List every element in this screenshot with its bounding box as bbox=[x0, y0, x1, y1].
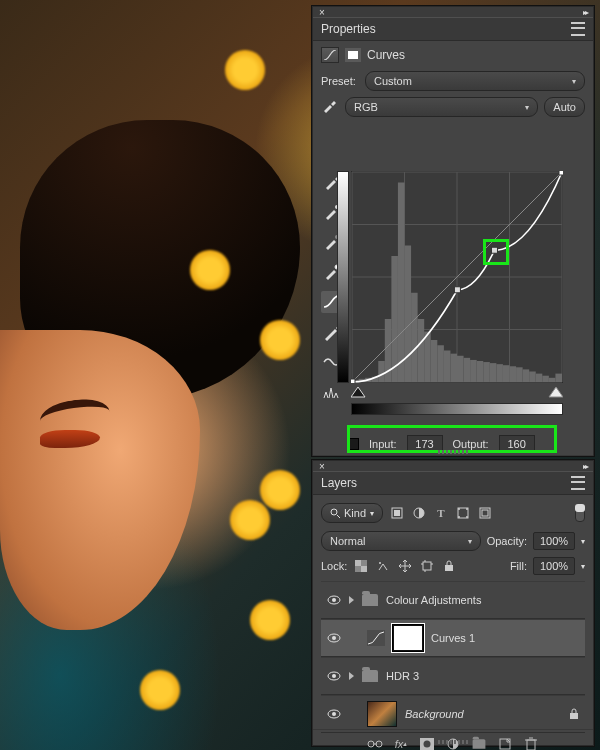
lock-all-icon[interactable] bbox=[441, 558, 457, 574]
svg-rect-35 bbox=[496, 364, 503, 382]
curves-thumb-icon bbox=[367, 630, 385, 646]
add-mask-icon[interactable] bbox=[419, 736, 435, 750]
svg-point-64 bbox=[458, 516, 460, 518]
panel-grip[interactable]: × ▸▸ bbox=[313, 7, 593, 17]
lock-transparent-icon[interactable] bbox=[353, 558, 369, 574]
svg-rect-25 bbox=[431, 340, 438, 382]
svg-point-57 bbox=[331, 509, 337, 515]
filter-type-icon[interactable]: T bbox=[433, 505, 449, 521]
lock-artboard-icon[interactable] bbox=[419, 558, 435, 574]
curves-adjustment-icon bbox=[321, 47, 339, 63]
chevron-down-icon: ▾ bbox=[525, 103, 529, 112]
lock-position-icon[interactable] bbox=[397, 558, 413, 574]
layer-background[interactable]: Background bbox=[321, 695, 585, 733]
filter-smart-icon[interactable] bbox=[477, 505, 493, 521]
svg-point-87 bbox=[424, 741, 431, 748]
chevron-down-icon[interactable]: ▾ bbox=[581, 537, 585, 546]
svg-rect-23 bbox=[418, 319, 425, 382]
svg-point-82 bbox=[332, 712, 336, 716]
mask-thumb[interactable] bbox=[393, 625, 423, 651]
svg-rect-19 bbox=[391, 256, 398, 382]
disclosure-icon[interactable] bbox=[349, 672, 354, 680]
visibility-icon[interactable] bbox=[327, 633, 341, 643]
layer-name: Colour Adjustments bbox=[386, 594, 579, 606]
lock-image-icon[interactable] bbox=[375, 558, 391, 574]
chevron-down-icon[interactable]: ▾ bbox=[581, 562, 585, 571]
collapse-icon[interactable]: ▸▸ bbox=[583, 462, 587, 471]
link-layers-icon[interactable] bbox=[367, 736, 383, 750]
svg-rect-34 bbox=[490, 363, 497, 382]
opacity-label: Opacity: bbox=[487, 535, 527, 547]
preset-dropdown[interactable]: Custom ▾ bbox=[365, 71, 585, 91]
svg-rect-31 bbox=[470, 360, 477, 382]
collapse-icon[interactable]: ▸▸ bbox=[583, 8, 587, 17]
svg-rect-33 bbox=[483, 362, 490, 382]
svg-rect-20 bbox=[398, 183, 405, 383]
new-layer-icon[interactable] bbox=[497, 736, 513, 750]
svg-point-75 bbox=[332, 598, 336, 602]
fx-icon[interactable]: fx▴ bbox=[393, 736, 409, 750]
opacity-field[interactable]: 100% bbox=[533, 532, 575, 550]
black-slider-icon[interactable] bbox=[351, 387, 365, 397]
svg-rect-42 bbox=[542, 376, 549, 382]
svg-rect-28 bbox=[450, 354, 457, 382]
panel-grip[interactable]: × ▸▸ bbox=[313, 461, 593, 471]
filter-pixel-icon[interactable] bbox=[389, 505, 405, 521]
panel-menu-icon[interactable] bbox=[571, 476, 585, 490]
svg-rect-22 bbox=[411, 293, 418, 382]
curves-graph[interactable] bbox=[351, 171, 577, 427]
blend-mode-dropdown[interactable]: Normal▾ bbox=[321, 531, 481, 551]
svg-rect-83 bbox=[570, 713, 578, 719]
svg-rect-21 bbox=[405, 246, 412, 383]
mask-icon[interactable] bbox=[345, 48, 361, 62]
histogram-options-icon[interactable] bbox=[321, 381, 343, 403]
layer-name: Curves 1 bbox=[431, 632, 579, 644]
svg-rect-46 bbox=[351, 379, 355, 383]
panel-menu-icon[interactable] bbox=[571, 22, 585, 36]
visibility-icon[interactable] bbox=[327, 671, 341, 681]
filter-adjustment-icon[interactable] bbox=[411, 505, 427, 521]
output-label: Output: bbox=[453, 438, 489, 450]
chevron-down-icon: ▾ bbox=[370, 509, 374, 518]
output-gradient bbox=[337, 171, 349, 383]
layer-group-colour-adjustments[interactable]: Colour Adjustments bbox=[321, 581, 585, 619]
channel-swatch bbox=[347, 438, 359, 450]
chevron-down-icon: ▾ bbox=[572, 77, 576, 86]
layer-group-hdr3[interactable]: HDR 3 bbox=[321, 657, 585, 695]
trash-icon[interactable] bbox=[523, 736, 539, 750]
svg-rect-44 bbox=[555, 374, 562, 382]
svg-rect-72 bbox=[423, 562, 431, 570]
visibility-icon[interactable] bbox=[327, 595, 341, 605]
svg-rect-27 bbox=[444, 351, 451, 383]
output-field[interactable]: 160 bbox=[499, 435, 535, 453]
filter-shape-icon[interactable] bbox=[455, 505, 471, 521]
filter-toggle-switch[interactable] bbox=[575, 504, 585, 522]
input-gradient bbox=[351, 403, 563, 415]
new-group-icon[interactable] bbox=[471, 736, 487, 750]
preset-value: Custom bbox=[374, 75, 412, 87]
channel-dropdown[interactable]: RGB ▾ bbox=[345, 97, 538, 117]
svg-point-71 bbox=[379, 562, 381, 564]
close-icon[interactable]: × bbox=[319, 7, 325, 18]
disclosure-icon[interactable] bbox=[349, 596, 354, 604]
visibility-icon[interactable] bbox=[327, 709, 341, 719]
fill-field[interactable]: 100% bbox=[533, 557, 575, 575]
svg-point-77 bbox=[332, 636, 336, 640]
svg-rect-67 bbox=[482, 510, 488, 516]
white-slider-icon[interactable] bbox=[549, 387, 563, 397]
svg-rect-49 bbox=[559, 171, 563, 175]
svg-rect-70 bbox=[361, 566, 367, 572]
svg-point-80 bbox=[332, 674, 336, 678]
finger-point-icon[interactable] bbox=[321, 100, 339, 114]
channel-value: RGB bbox=[354, 101, 378, 113]
svg-rect-40 bbox=[529, 372, 536, 383]
filter-kind-dropdown[interactable]: Kind ▾ bbox=[321, 503, 383, 523]
svg-rect-48 bbox=[491, 247, 497, 253]
auto-button[interactable]: Auto bbox=[544, 97, 585, 117]
close-icon[interactable]: × bbox=[319, 461, 325, 472]
layer-thumb bbox=[367, 701, 397, 727]
layer-curves-1[interactable]: Curves 1 bbox=[321, 619, 585, 657]
adjustment-name: Curves bbox=[367, 48, 405, 62]
svg-rect-24 bbox=[424, 332, 431, 382]
properties-panel: × ▸▸ Properties Curves Preset: Custom ▾ bbox=[312, 6, 594, 456]
